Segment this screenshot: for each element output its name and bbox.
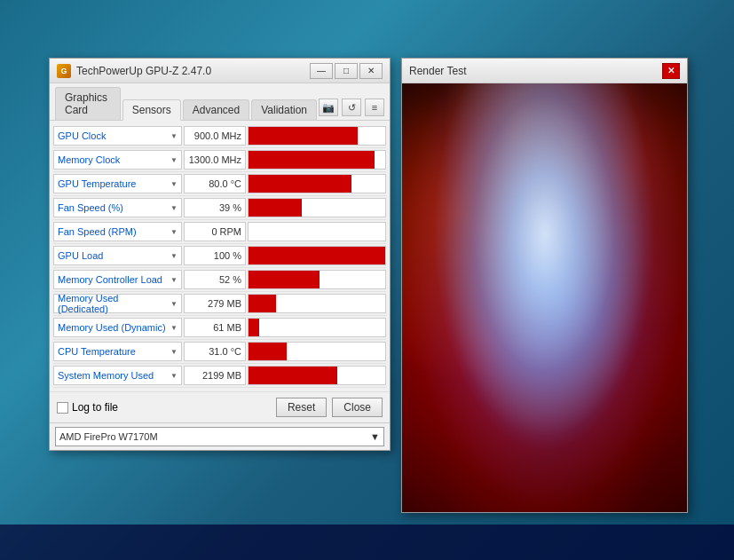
sensor-bar-sys-mem xyxy=(248,366,386,385)
sensor-bar-fill-fan-pct xyxy=(249,199,302,217)
render-titlebar: Render Test ✕ xyxy=(402,59,687,83)
app-icon: G xyxy=(57,64,71,78)
sensor-row-cpu-temp: CPU Temperature ▼ 31.0 °C xyxy=(53,340,386,364)
sensor-bar-fill-cpu-temp xyxy=(249,343,287,360)
sensor-bar-gpu-clock xyxy=(248,126,386,146)
sensor-bar-fill-gpu-load xyxy=(249,247,385,264)
chevron-down-icon: ▼ xyxy=(170,228,178,236)
chevron-down-icon: ▼ xyxy=(170,276,178,284)
sensor-value-mem-dyn: 61 MB xyxy=(184,318,246,337)
sensor-value-mem-ded: 279 MB xyxy=(184,294,246,313)
sensor-label-cpu-temp[interactable]: CPU Temperature ▼ xyxy=(53,342,182,361)
sensor-bar-fill-memory-clock xyxy=(249,151,375,169)
sensor-bar-fan-pct xyxy=(248,198,386,217)
sensor-value-gpu-load: 100 % xyxy=(184,246,246,265)
gpu-selector-value: AMD FirePro W7170M xyxy=(59,431,158,442)
sensor-value-memory-clock: 1300.0 MHz xyxy=(184,150,246,170)
sensor-row-sys-mem: System Memory Used ▼ 2199 MB xyxy=(53,364,386,388)
chevron-down-icon: ▼ xyxy=(170,372,178,380)
sensor-bar-fill-mem-ded xyxy=(249,295,276,312)
sensor-label-sys-mem[interactable]: System Memory Used ▼ xyxy=(53,366,182,385)
render-title: Render Test xyxy=(409,65,662,77)
gpuz-window: G TechPowerUp GPU-Z 2.47.0 — □ ✕ Graphic… xyxy=(49,58,391,451)
chevron-down-icon: ▼ xyxy=(170,324,178,332)
sensor-row-mem-ded: Memory Used (Dedicated) ▼ 279 MB xyxy=(53,292,386,316)
render-window: Render Test ✕ xyxy=(401,58,688,513)
close-window-button[interactable]: Close xyxy=(332,398,383,417)
tab-icon-group: 📷 ↺ ≡ xyxy=(319,99,384,120)
gpu-selector-dropdown[interactable]: AMD FirePro W7170M ▼ xyxy=(55,427,384,446)
sensor-row-mem-dyn: Memory Used (Dynamic) ▼ 61 MB xyxy=(53,316,386,340)
chevron-down-icon: ▼ xyxy=(170,132,178,140)
sensor-bar-mem-ctrl xyxy=(248,270,386,289)
sensor-value-gpu-temp: 80.0 °C xyxy=(184,174,246,193)
sensor-label-fan-rpm[interactable]: Fan Speed (RPM) ▼ xyxy=(53,222,182,241)
sensor-value-fan-rpm: 0 RPM xyxy=(184,222,246,241)
sensor-row-gpu-load: GPU Load ▼ 100 % xyxy=(53,244,386,268)
sensor-label-memory-clock[interactable]: Memory Clock ▼ xyxy=(53,150,182,170)
taskbar xyxy=(0,525,734,560)
sensor-bar-fill-gpu-clock xyxy=(249,127,358,145)
gpu-selector-bar: AMD FirePro W7170M ▼ xyxy=(50,422,390,450)
sensor-row-gpu-clock: GPU Clock ▼ 900.0 MHz xyxy=(53,124,386,148)
log-to-file-label: Log to file xyxy=(72,401,118,414)
tabs-bar: Graphics Card Sensors Advanced Validatio… xyxy=(50,83,390,121)
sensor-label-gpu-temp[interactable]: GPU Temperature ▼ xyxy=(53,174,182,193)
tab-graphics-card[interactable]: Graphics Card xyxy=(55,87,121,120)
close-button[interactable]: ✕ xyxy=(359,63,383,79)
log-to-file-area: Log to file xyxy=(57,401,118,414)
sensor-bar-fan-rpm xyxy=(248,222,386,241)
refresh-icon-btn[interactable]: ↺ xyxy=(342,99,361,116)
chevron-down-icon: ▼ xyxy=(170,156,178,164)
sensor-row-fan-pct: Fan Speed (%) ▼ 39 % xyxy=(53,196,386,220)
sensor-label-mem-ded[interactable]: Memory Used (Dedicated) ▼ xyxy=(53,294,182,313)
sensors-table: GPU Clock ▼ 900.0 MHz Memory Clock ▼ 130… xyxy=(50,121,390,391)
sensor-value-sys-mem: 2199 MB xyxy=(184,366,246,385)
chevron-down-icon: ▼ xyxy=(170,180,178,188)
log-to-file-checkbox[interactable] xyxy=(57,402,68,414)
tab-advanced[interactable]: Advanced xyxy=(183,99,249,120)
gpu-dropdown-arrow-icon: ▼ xyxy=(370,431,380,442)
tab-sensors[interactable]: Sensors xyxy=(122,99,181,121)
sensor-value-cpu-temp: 31.0 °C xyxy=(184,342,246,361)
sensor-bar-gpu-load xyxy=(248,246,386,265)
sensor-row-mem-ctrl: Memory Controller Load ▼ 52 % xyxy=(53,268,386,292)
sensor-label-gpu-clock[interactable]: GPU Clock ▼ xyxy=(53,126,182,146)
menu-icon-btn[interactable]: ≡ xyxy=(365,99,384,116)
sensor-label-fan-pct[interactable]: Fan Speed (%) ▼ xyxy=(53,198,182,217)
reset-button[interactable]: Reset xyxy=(276,398,327,417)
sensor-value-gpu-clock: 900.0 MHz xyxy=(184,126,246,146)
gpuz-titlebar: G TechPowerUp GPU-Z 2.47.0 — □ ✕ xyxy=(50,59,390,83)
gpuz-title: TechPowerUp GPU-Z 2.47.0 xyxy=(76,65,310,77)
sensor-bar-fill-sys-mem xyxy=(249,367,337,384)
maximize-button[interactable]: □ xyxy=(335,63,358,79)
chevron-down-icon: ▼ xyxy=(170,300,178,308)
chevron-down-icon: ▼ xyxy=(170,252,178,260)
sensor-bar-fill-mem-dyn xyxy=(249,319,259,336)
sensor-row-fan-rpm: Fan Speed (RPM) ▼ 0 RPM xyxy=(53,220,386,244)
render-canvas xyxy=(402,83,687,512)
sensor-bar-memory-clock xyxy=(248,150,386,170)
sensor-label-mem-ctrl[interactable]: Memory Controller Load ▼ xyxy=(53,270,182,289)
window-footer: Log to file Reset Close xyxy=(50,391,390,422)
chevron-down-icon: ▼ xyxy=(170,204,178,212)
minimize-button[interactable]: — xyxy=(310,63,333,79)
render-art-display xyxy=(402,83,687,512)
sensor-row-gpu-temp: GPU Temperature ▼ 80.0 °C xyxy=(53,172,386,196)
sensor-label-gpu-load[interactable]: GPU Load ▼ xyxy=(53,246,182,265)
camera-icon-btn[interactable]: 📷 xyxy=(319,99,338,116)
sensor-row-memory-clock: Memory Clock ▼ 1300.0 MHz xyxy=(53,148,386,172)
tab-validation[interactable]: Validation xyxy=(251,99,317,120)
sensor-bar-fill-gpu-temp xyxy=(249,175,351,193)
sensor-label-mem-dyn[interactable]: Memory Used (Dynamic) ▼ xyxy=(53,318,182,337)
window-controls: — □ ✕ xyxy=(310,63,383,79)
chevron-down-icon: ▼ xyxy=(170,348,178,356)
sensor-bar-gpu-temp xyxy=(248,174,386,193)
sensor-bar-mem-ded xyxy=(248,294,386,313)
sensor-value-fan-pct: 39 % xyxy=(184,198,246,217)
sensor-bar-cpu-temp xyxy=(248,342,386,361)
sensor-bar-mem-dyn xyxy=(248,318,386,337)
sensor-bar-fill-mem-ctrl xyxy=(249,271,320,288)
sensor-value-mem-ctrl: 52 % xyxy=(184,270,246,289)
render-close-button[interactable]: ✕ xyxy=(662,63,680,79)
